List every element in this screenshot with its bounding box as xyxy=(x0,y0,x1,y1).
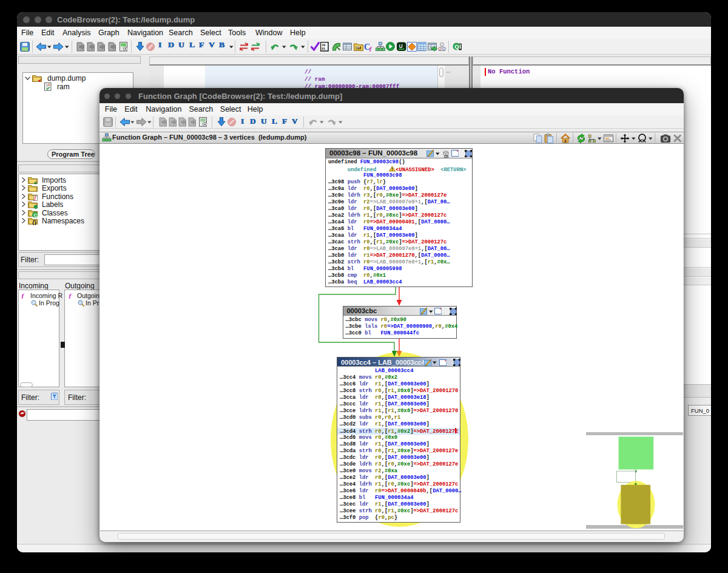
svg-text:{}: {} xyxy=(32,220,36,225)
svg-text:01: 01 xyxy=(322,47,325,51)
svg-text:GR: GR xyxy=(443,155,448,158)
svg-text:f: f xyxy=(369,46,372,52)
svg-text:10: 10 xyxy=(322,44,325,47)
svg-text:DT: DT xyxy=(356,46,360,49)
svg-text:U: U xyxy=(399,43,403,49)
svg-text:f: f xyxy=(69,292,72,299)
svg-text:f: f xyxy=(22,292,25,299)
svg-text:Q: Q xyxy=(454,43,459,50)
